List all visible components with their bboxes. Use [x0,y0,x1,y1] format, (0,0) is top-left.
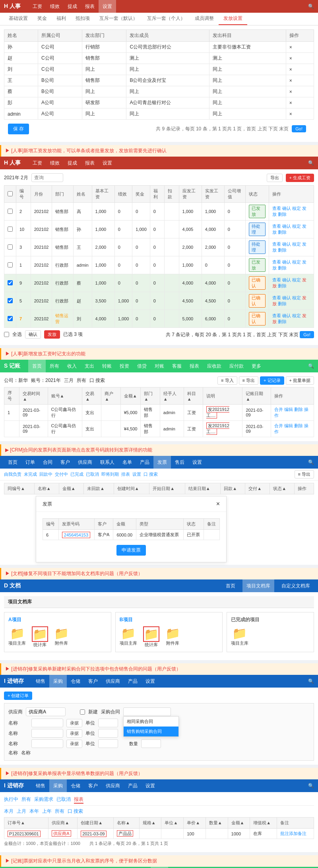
cell-del[interactable]: × [286,53,314,64]
unit-input-2[interactable] [98,729,118,738]
filter-all[interactable]: 所有 [55,808,64,815]
row-checkbox[interactable] [8,227,13,232]
search-toggle[interactable]: 口 搜索 [89,377,105,384]
crm-invoice[interactable]: 发票 [153,456,171,469]
product-name-input-3[interactable] [31,739,63,748]
invoice-number-link[interactable]: 2456454153 [62,532,90,538]
nav-wage[interactable]: 工资 [29,0,46,13]
subnav-deduct[interactable]: 抵扣项 [71,13,95,25]
nav-service[interactable]: 客服 [168,360,186,372]
crm-settings[interactable]: 设置 [188,456,206,469]
row-checkbox[interactable] [8,316,13,321]
排表[interactable]: 排表 [121,471,130,477]
nav-loan[interactable]: 借贷 [133,360,151,372]
crm-list[interactable]: 名单 [118,456,136,469]
nav-settings[interactable]: 设置 [99,0,116,13]
supplier-input[interactable] [26,707,66,716]
nav-reconcile[interactable]: 对账 [151,360,168,372]
unit-input-1[interactable] [98,719,118,727]
generate-wage-button[interactable]: + 生成工资 [286,174,314,182]
cell-del[interactable]: × [286,108,314,120]
subnav-basic[interactable]: 基础设置 [4,13,33,25]
nav-transfer[interactable]: 转账 [98,360,116,372]
bulk-button[interactable]: + 批量单据 [286,376,314,385]
filter-thisyear[interactable]: 本年 [29,808,39,815]
row-checkbox[interactable] [8,209,13,214]
incomplete[interactable]: 未完成 [24,471,37,477]
select-all-checkbox[interactable] [8,191,13,196]
doc-custom-lib[interactable]: 自定义文档库 [277,579,314,592]
doc-project-lib[interactable]: 项目文档库 [242,579,274,592]
nav-payable[interactable]: 应付款 [225,360,248,372]
delivering[interactable]: 交付中 [55,471,68,477]
settings[interactable]: 设置 [132,471,141,477]
nav-all[interactable]: 所有 [46,360,63,372]
export-crm[interactable]: ≡ 导出 [295,470,314,479]
nav-report-2[interactable]: 报表 [81,157,99,169]
cell-del[interactable]: × [286,97,314,108]
crm-contract[interactable]: 合同 [39,456,56,469]
folder-attach-b[interactable]: 📁 附件库 [165,626,180,648]
nav-perf-2[interactable]: 绩效 [46,157,64,169]
search-input[interactable] [31,173,63,182]
inv-purchase[interactable]: 采购 [49,675,67,688]
tab-report[interactable]: 报表 [74,796,83,804]
nav-more[interactable]: 更多 [248,360,265,372]
inv-settings-2[interactable]: 设置 [142,779,159,792]
subnav-welfare[interactable]: 福利 [52,13,71,25]
nav-settings-2[interactable]: 设置 [99,157,116,169]
import-button[interactable]: ≡ 导入 [217,376,237,385]
row-checkbox[interactable] [8,280,13,285]
nav-commission[interactable]: 提成 [64,0,81,13]
contract-option-2-selected[interactable]: 销售购销采购合同 [124,727,178,736]
search-toggle-2[interactable]: 口 搜索 [143,471,158,477]
contract-input[interactable] [123,707,171,716]
nav-performance[interactable]: 绩效 [46,0,64,13]
modal-close-button[interactable]: × [216,500,220,508]
subnav-member-adjust[interactable]: 成员调整 [190,13,219,25]
row-checkbox[interactable] [8,244,13,250]
collecting[interactable]: 回款中 [39,471,52,477]
expiring-soon[interactable]: 即将到期 [101,471,119,477]
cancelled[interactable]: 已取消 [86,471,99,477]
inv-customer[interactable]: 客户 [84,675,102,688]
crm-order[interactable]: 订单 [21,456,39,469]
create-order-button[interactable]: + 创建订单 [4,692,32,700]
select-all-cb-footer[interactable] [4,332,9,337]
crm-supplier[interactable]: 供应商 [74,456,96,469]
go-button-2[interactable]: Go! [300,331,314,338]
qty-input[interactable] [141,739,161,748]
tab-all[interactable]: 所有 [21,796,31,804]
tab-demand[interactable]: 采购需求 [34,796,53,804]
add-unit-btn-1[interactable]: 录据 [66,719,82,727]
search-icon-5[interactable]: 🔍 [308,678,314,684]
search-icon-2[interactable]: 🔍 [308,160,314,166]
export-button[interactable]: 导出 [267,174,283,182]
nav-reports[interactable]: 报表 [186,360,203,372]
apply-invoice-button[interactable]: 申请发票 [116,545,146,556]
inv-supplier[interactable]: 供应商 [102,675,124,688]
nav-income[interactable]: 收入 [63,360,81,372]
nav-wage-2[interactable]: 工资 [29,157,46,169]
crm-aftersale[interactable]: 售后 [171,456,188,469]
row-checkbox[interactable] [8,262,13,267]
cell-del[interactable]: × [286,86,314,97]
inv-sale[interactable]: 销售 [32,675,49,688]
nav-comm-2[interactable]: 提成 [64,157,81,169]
new-checkbox[interactable] [80,709,85,715]
nav-expense[interactable]: 支出 [81,360,98,372]
filter-lastmonth[interactable]: 上月 [17,808,26,815]
product-name-input-2[interactable] [31,729,63,738]
nav-home[interactable]: 首页 [28,360,46,372]
tab-executing[interactable]: 执行中 [4,796,18,804]
tab-cancelled[interactable]: 已取消 [56,796,71,804]
confirm-button[interactable]: 确认 [25,330,41,339]
subnav-bonus[interactable]: 奖金 [33,13,52,25]
cell-del[interactable]: × [286,75,314,86]
contract-option-1[interactable]: 相同采购合同 [124,717,178,727]
search-icon-3[interactable]: 🔍 [308,363,314,369]
unit-input-3[interactable] [98,739,118,748]
cell-del[interactable]: × [286,64,314,75]
filter-thismonth[interactable]: 本月 [4,808,14,815]
inv-customer-2[interactable]: 客户 [84,779,102,792]
